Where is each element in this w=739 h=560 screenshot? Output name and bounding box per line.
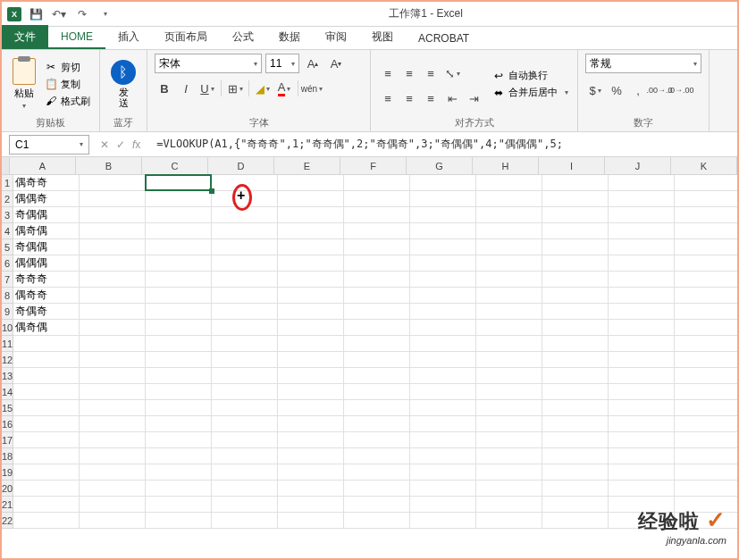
cell[interactable] xyxy=(80,432,146,448)
copy-button[interactable]: 📋复制 xyxy=(43,77,92,92)
cell[interactable] xyxy=(146,352,212,368)
align-right-button[interactable]: ≡ xyxy=(421,88,441,108)
cell[interactable] xyxy=(80,384,146,400)
row-header[interactable]: 2 xyxy=(2,191,13,207)
increase-indent-button[interactable]: ⇥ xyxy=(464,88,483,108)
cell[interactable] xyxy=(609,191,675,207)
cell[interactable] xyxy=(13,416,80,432)
cell[interactable] xyxy=(212,255,278,272)
undo-button[interactable]: ↶▾ xyxy=(50,5,68,23)
cell[interactable] xyxy=(609,207,675,223)
cell[interactable] xyxy=(410,400,476,416)
cell[interactable] xyxy=(344,320,410,336)
cell[interactable] xyxy=(146,513,212,529)
cell[interactable] xyxy=(80,207,146,223)
align-bottom-button[interactable]: ≡ xyxy=(421,63,441,83)
cell[interactable] xyxy=(212,432,278,448)
cell[interactable] xyxy=(476,223,542,239)
cell[interactable] xyxy=(146,304,212,320)
cell[interactable] xyxy=(542,320,609,336)
font-color-button[interactable]: A xyxy=(274,79,294,98)
cell[interactable] xyxy=(542,175,609,191)
column-header[interactable]: C xyxy=(142,157,208,174)
cell[interactable] xyxy=(609,255,675,272)
cell[interactable] xyxy=(278,320,344,336)
cell[interactable] xyxy=(212,336,278,352)
cell[interactable] xyxy=(212,513,278,529)
align-middle-button[interactable]: ≡ xyxy=(399,63,419,83)
cell[interactable] xyxy=(609,368,675,384)
cell[interactable] xyxy=(212,448,278,464)
cell[interactable] xyxy=(410,304,476,320)
cell[interactable] xyxy=(609,304,675,320)
cell[interactable] xyxy=(278,304,344,320)
cell[interactable] xyxy=(13,432,80,448)
bluetooth-send-button[interactable]: ᛒ 发 送 xyxy=(107,58,139,110)
cell[interactable] xyxy=(146,239,212,255)
cell[interactable] xyxy=(675,207,737,223)
column-header[interactable]: A xyxy=(10,157,76,174)
cell[interactable] xyxy=(410,239,476,255)
cell[interactable] xyxy=(476,336,542,352)
cell[interactable] xyxy=(146,464,212,481)
cell[interactable]: 偶奇偶 xyxy=(13,320,80,336)
cell[interactable] xyxy=(609,320,675,336)
cell[interactable] xyxy=(146,416,212,432)
cell[interactable] xyxy=(344,288,410,304)
cell[interactable] xyxy=(410,513,476,529)
cell[interactable] xyxy=(80,304,146,320)
cell[interactable] xyxy=(212,481,278,497)
cell[interactable]: 偶奇奇 xyxy=(13,175,80,191)
cell[interactable]: 奇偶奇 xyxy=(13,304,80,320)
cell[interactable] xyxy=(13,400,80,416)
cancel-formula-button[interactable]: ✕ xyxy=(100,138,109,151)
cell[interactable] xyxy=(344,416,410,432)
cell[interactable] xyxy=(609,384,675,400)
cell[interactable] xyxy=(146,223,212,239)
cell[interactable] xyxy=(476,432,542,448)
font-size-combo[interactable]: 11▾ xyxy=(265,54,299,73)
cell[interactable] xyxy=(542,352,609,368)
cell[interactable] xyxy=(542,513,609,529)
cell[interactable] xyxy=(675,384,737,400)
cell[interactable] xyxy=(278,207,344,223)
cell[interactable] xyxy=(609,223,675,239)
row-header[interactable]: 11 xyxy=(2,336,13,352)
decrease-decimal-button[interactable]: .0→.00 xyxy=(671,80,691,100)
cell[interactable] xyxy=(675,400,737,416)
cell[interactable] xyxy=(675,416,737,432)
row-header[interactable]: 18 xyxy=(2,448,13,464)
border-button[interactable]: ⊞ xyxy=(225,79,245,98)
cell[interactable]: 奇奇奇 xyxy=(13,272,80,288)
cell[interactable] xyxy=(212,384,278,400)
row-header[interactable]: 15 xyxy=(2,400,13,416)
cell[interactable] xyxy=(542,464,609,481)
cell[interactable] xyxy=(13,368,80,384)
cell[interactable] xyxy=(675,223,737,239)
format-painter-button[interactable]: 🖌格式刷 xyxy=(43,94,92,109)
cell[interactable] xyxy=(542,448,609,464)
cell[interactable] xyxy=(80,400,146,416)
cell[interactable] xyxy=(80,175,146,191)
cell[interactable] xyxy=(344,448,410,464)
cell[interactable]: 偶偶偶 xyxy=(13,255,80,272)
cell[interactable] xyxy=(675,255,737,272)
cell[interactable] xyxy=(80,272,146,288)
cell[interactable] xyxy=(410,481,476,497)
cut-button[interactable]: ✂剪切 xyxy=(43,60,92,75)
cell[interactable] xyxy=(146,288,212,304)
cell[interactable] xyxy=(542,416,609,432)
cell[interactable] xyxy=(146,497,212,513)
insert-function-button[interactable]: fx xyxy=(132,138,140,151)
save-button[interactable]: 💾 xyxy=(27,5,45,23)
column-header[interactable]: B xyxy=(76,157,142,174)
row-header[interactable]: 10 xyxy=(2,320,13,336)
enter-formula-button[interactable]: ✓ xyxy=(116,138,125,151)
cell[interactable] xyxy=(80,513,146,529)
cell[interactable] xyxy=(542,481,609,497)
cell[interactable]: 偶奇奇 xyxy=(13,288,80,304)
cell[interactable] xyxy=(80,416,146,432)
cell[interactable] xyxy=(80,464,146,481)
cell[interactable] xyxy=(476,191,542,207)
cell[interactable]: 奇偶偶 xyxy=(13,207,80,223)
